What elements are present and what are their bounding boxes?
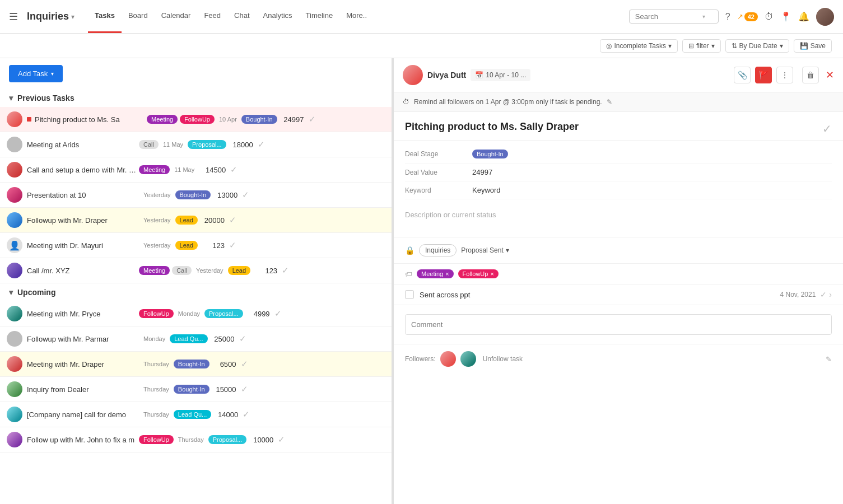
assignee-name: Divya Dutt bbox=[427, 71, 466, 80]
close-button[interactable]: ✕ bbox=[826, 69, 834, 81]
date-range: 📅 10 Apr - 10 ... bbox=[471, 69, 530, 81]
task-check[interactable]: ✓ bbox=[230, 165, 237, 175]
task-row[interactable]: 👤 Meeting with Dr. Mayuri Yesterday Lead… bbox=[0, 233, 392, 258]
tab-feed[interactable]: Feed bbox=[197, 0, 227, 33]
tag-followup: FollowUp bbox=[180, 115, 215, 124]
deal-stage-label: Deal Stage bbox=[405, 150, 472, 158]
field-row-deal-stage: Deal Stage Bought-In bbox=[405, 145, 832, 164]
reminder-banner: ⏱ Remind all followers on 1 Apr @ 3:00pm… bbox=[394, 92, 843, 112]
search-dropdown-icon[interactable]: ▾ bbox=[702, 13, 705, 20]
tab-calendar[interactable]: Calendar bbox=[155, 0, 198, 33]
comment-input[interactable] bbox=[405, 314, 832, 335]
stage-tag: Lead bbox=[175, 216, 198, 225]
tag-followup: FollowUp bbox=[139, 435, 174, 444]
followers-edit-icon[interactable]: ✎ bbox=[826, 355, 832, 363]
tab-board[interactable]: Board bbox=[122, 0, 155, 33]
bell-icon[interactable]: 🔔 bbox=[798, 11, 809, 22]
task-check[interactable]: ✓ bbox=[274, 309, 282, 319]
task-check[interactable]: ✓ bbox=[278, 435, 285, 445]
subtask-check-action[interactable]: ✓ bbox=[820, 290, 827, 299]
tab-analytics[interactable]: Analytics bbox=[257, 0, 299, 33]
tab-timeline[interactable]: Timeline bbox=[299, 0, 340, 33]
sort-button[interactable]: ⇅ By Due Date ▾ bbox=[725, 39, 789, 53]
task-row[interactable]: Pitching product to Ms. Sa Meeting Follo… bbox=[0, 107, 392, 132]
tag-icon: 🏷 bbox=[405, 270, 412, 278]
task-check[interactable]: ✓ bbox=[241, 384, 248, 394]
subtask-row: Sent across ppt 4 Nov, 2021 ✓ › bbox=[394, 284, 843, 305]
remove-meeting-tag[interactable]: × bbox=[445, 270, 449, 277]
avatar bbox=[7, 331, 22, 347]
task-row[interactable]: Follow up with Mr. John to fix a m Follo… bbox=[0, 427, 392, 452]
task-row[interactable]: Meeting with Mr. Pryce FollowUp Monday P… bbox=[0, 301, 392, 326]
history-icon[interactable]: ⏱ bbox=[765, 12, 774, 22]
section-toggle-upcoming[interactable]: ▾ bbox=[9, 288, 13, 297]
tab-chat[interactable]: Chat bbox=[227, 0, 256, 33]
tab-more[interactable]: More.. bbox=[339, 0, 374, 33]
more-options-button[interactable]: ⋮ bbox=[776, 67, 793, 83]
subtask-checkbox[interactable] bbox=[405, 290, 414, 299]
task-check[interactable]: ✓ bbox=[241, 359, 248, 369]
task-row[interactable]: [Company name] call for demo Thursday Le… bbox=[0, 402, 392, 427]
task-check[interactable]: ✓ bbox=[239, 334, 246, 344]
section-toggle-previous[interactable]: ▾ bbox=[9, 94, 13, 102]
task-tags: Call bbox=[139, 140, 159, 149]
task-check[interactable]: ✓ bbox=[242, 190, 249, 200]
description-field[interactable]: Description or current status bbox=[394, 204, 843, 237]
task-check[interactable]: ✓ bbox=[309, 114, 316, 124]
task-row[interactable]: Followup with Mr. Draper Yesterday Lead … bbox=[0, 208, 392, 233]
search-input[interactable] bbox=[635, 12, 702, 21]
remove-followup-tag[interactable]: × bbox=[490, 270, 493, 277]
task-check[interactable]: ✓ bbox=[282, 265, 289, 276]
task-row[interactable]: Inquiry from Dealer Thursday Bought-In 1… bbox=[0, 377, 392, 402]
task-name: Meeting at Arids bbox=[27, 141, 139, 149]
task-name: [Company name] call for demo bbox=[27, 410, 139, 419]
help-icon[interactable]: ? bbox=[725, 12, 730, 22]
filter-icon: ⊟ bbox=[688, 42, 694, 50]
attachment-button[interactable]: 📎 bbox=[734, 67, 751, 83]
stage-tag: Proposal... bbox=[204, 309, 243, 318]
task-row[interactable]: Meeting with Mr. Draper Thursday Bought-… bbox=[0, 352, 392, 377]
add-task-button[interactable]: Add Task ▾ bbox=[9, 65, 63, 82]
task-date: 10 Apr bbox=[219, 116, 237, 123]
task-row[interactable]: Call /mr. XYZ Meeting Call Yesterday Lea… bbox=[0, 258, 392, 283]
stage-tag: Lead Qu... bbox=[170, 334, 207, 343]
avatar bbox=[7, 162, 22, 178]
task-check[interactable]: ✓ bbox=[258, 139, 265, 150]
stage-tag: Bought-In bbox=[174, 360, 209, 368]
tab-tasks[interactable]: Tasks bbox=[88, 0, 122, 33]
user-avatar[interactable] bbox=[816, 8, 834, 26]
app-dropdown-icon[interactable]: ▾ bbox=[71, 13, 74, 21]
deal-value: 24997 bbox=[472, 168, 492, 176]
task-row[interactable]: Presentation at 10 Yesterday Bought-In 1… bbox=[0, 183, 392, 208]
task-value: 15000 bbox=[214, 385, 236, 394]
avatar bbox=[7, 381, 22, 397]
delete-button[interactable]: 🗑 bbox=[802, 67, 819, 83]
menu-icon[interactable]: ☰ bbox=[9, 11, 18, 23]
task-date: Thursday bbox=[143, 361, 169, 367]
filter-label: filter bbox=[696, 42, 709, 50]
task-check[interactable]: ✓ bbox=[229, 240, 236, 250]
reminder-edit-icon[interactable]: ✎ bbox=[607, 98, 612, 106]
add-task-dropdown-icon[interactable]: ▾ bbox=[51, 71, 54, 77]
field-row-deal-value: Deal Value 24997 bbox=[405, 164, 832, 181]
location-icon[interactable]: 📍 bbox=[780, 11, 791, 22]
task-row[interactable]: Call and setup a demo with Mr. Mukherjee… bbox=[0, 157, 392, 183]
save-label: Save bbox=[811, 42, 826, 50]
unfollow-button[interactable]: Unfollow task bbox=[483, 355, 523, 363]
task-row[interactable]: Followup with Mr. Parmar Monday Lead Qu.… bbox=[0, 326, 392, 352]
task-date: Yesterday bbox=[143, 242, 171, 249]
incomplete-tasks-button[interactable]: ◎ Incomplete Tasks ▾ bbox=[600, 39, 678, 53]
task-check[interactable]: ✓ bbox=[243, 409, 250, 419]
complete-task-button[interactable]: ✓ bbox=[822, 122, 832, 136]
save-button[interactable]: 💾 Save bbox=[794, 39, 832, 53]
filter-button[interactable]: ⊟ filter ▾ bbox=[682, 39, 721, 53]
flag-button[interactable]: 🚩 bbox=[755, 67, 772, 83]
task-check[interactable]: ✓ bbox=[229, 215, 236, 225]
sort-label: By Due Date bbox=[739, 42, 777, 50]
stage-tag: Bought-In bbox=[174, 385, 209, 394]
subtask-expand-action[interactable]: › bbox=[829, 290, 832, 299]
task-row[interactable]: Meeting at Arids Call 11 May Proposal...… bbox=[0, 132, 392, 157]
search-box[interactable]: ▾ bbox=[629, 10, 719, 24]
tag-followup-badge: FollowUp × bbox=[458, 269, 499, 278]
stage-dropdown[interactable]: Proposal Sent ▾ bbox=[461, 246, 509, 254]
